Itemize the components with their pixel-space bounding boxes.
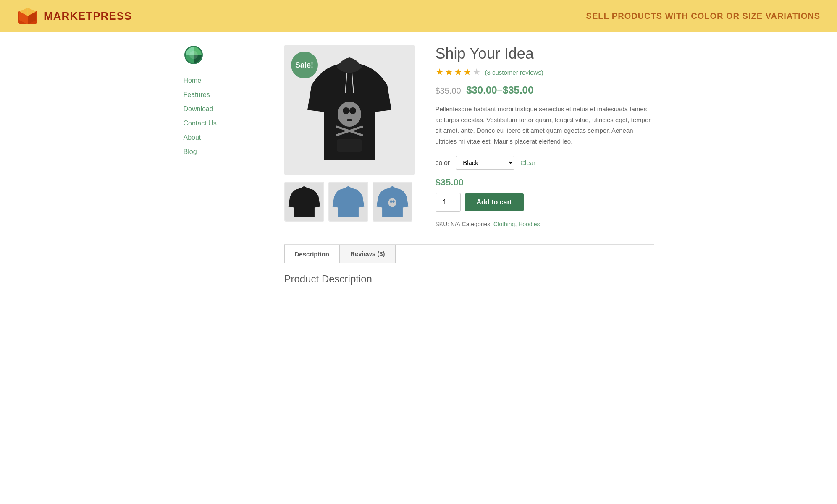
star-3: ★ (454, 67, 462, 78)
svg-rect-13 (347, 119, 352, 121)
color-select[interactable]: Black Blue (456, 156, 514, 170)
rating-row: ★ ★ ★ ★ ★ (3 customer reviews) (436, 67, 654, 78)
cart-row: Add to cart (436, 193, 654, 212)
product-area: Sale! (284, 45, 654, 295)
logo-icon (17, 5, 39, 27)
color-selector-row: color Black Blue Clear (436, 156, 654, 170)
svg-point-11 (343, 107, 349, 114)
main-layout: Home Features Download Contact Us About … (167, 45, 671, 295)
tabs-header: Description Reviews (3) (284, 245, 654, 263)
thumbnail-1[interactable] (284, 182, 324, 222)
logo: MARKETPRESS (17, 5, 132, 27)
sidebar-item-features[interactable]: Features (184, 89, 268, 100)
sidebar-item-about[interactable]: About (184, 132, 268, 143)
price-row: $35.00 $30.00–$35.00 (436, 84, 654, 96)
price-new: $30.00–$35.00 (466, 84, 533, 96)
color-label: color (436, 159, 450, 167)
svg-point-21 (390, 200, 392, 203)
product-columns: Sale! (284, 45, 654, 227)
product-images: Sale! (284, 45, 415, 175)
svg-point-10 (338, 102, 361, 127)
thumbnail-2[interactable] (328, 182, 368, 222)
product-title: Ship Your Idea (436, 45, 654, 63)
svg-point-22 (392, 200, 395, 203)
svg-rect-16 (337, 139, 362, 152)
review-link[interactable]: (3 customer reviews) (485, 69, 543, 76)
categories-label: Categories: (462, 221, 493, 227)
cart-price: $35.00 (436, 177, 654, 188)
product-thumbnails (284, 182, 415, 222)
star-1: ★ (436, 67, 444, 78)
product-description: Pellentesque habitant morbi tristique se… (436, 104, 654, 146)
sale-badge: Sale! (291, 52, 318, 78)
thumbnail-3[interactable] (373, 182, 412, 222)
sku-label: SKU: N/A (436, 221, 460, 227)
sidebar-avatar-icon (184, 45, 204, 65)
sidebar-item-contact[interactable]: Contact Us (184, 118, 268, 129)
clear-link[interactable]: Clear (520, 159, 535, 166)
svg-point-7 (189, 51, 198, 59)
category-clothing[interactable]: Clothing (493, 221, 515, 227)
images-column: Sale! (284, 45, 415, 227)
header-tagline: SELL PRODUCTS WITH COLOR OR SIZE VARIATI… (586, 11, 820, 21)
sidebar: Home Features Download Contact Us About … (184, 45, 268, 295)
sidebar-nav: Home Features Download Contact Us About … (184, 75, 268, 157)
sidebar-item-download[interactable]: Download (184, 104, 268, 115)
product-meta: SKU: N/A Categories: Clothing, Hoodies (436, 221, 654, 227)
star-5: ★ (472, 67, 481, 78)
tab-content-description: Product Description (284, 263, 654, 295)
star-2: ★ (445, 67, 453, 78)
star-4: ★ (463, 67, 472, 78)
thumbnail-3-svg (373, 183, 412, 221)
tab-description[interactable]: Description (284, 245, 340, 263)
product-info: Ship Your Idea ★ ★ ★ ★ ★ (3 customer rev… (427, 45, 654, 227)
svg-point-20 (388, 198, 396, 207)
tab-reviews[interactable]: Reviews (3) (340, 245, 396, 263)
sidebar-item-blog[interactable]: Blog (184, 146, 268, 157)
header: MARKETPRESS SELL PRODUCTS WITH COLOR OR … (0, 0, 837, 32)
sidebar-item-home[interactable]: Home (184, 75, 268, 86)
svg-point-12 (349, 107, 356, 114)
tab-content-heading: Product Description (284, 273, 654, 285)
star-rating: ★ ★ ★ ★ ★ (436, 67, 481, 78)
logo-text: MARKETPRESS (44, 10, 132, 23)
thumbnail-2-svg (329, 183, 367, 221)
quantity-input[interactable] (436, 193, 461, 212)
category-hoodies[interactable]: Hoodies (518, 221, 540, 227)
thumbnail-1-svg (285, 183, 323, 221)
tabs-section: Description Reviews (3) Product Descript… (284, 244, 654, 295)
add-to-cart-button[interactable]: Add to cart (465, 193, 524, 211)
price-old: $35.00 (436, 86, 461, 95)
